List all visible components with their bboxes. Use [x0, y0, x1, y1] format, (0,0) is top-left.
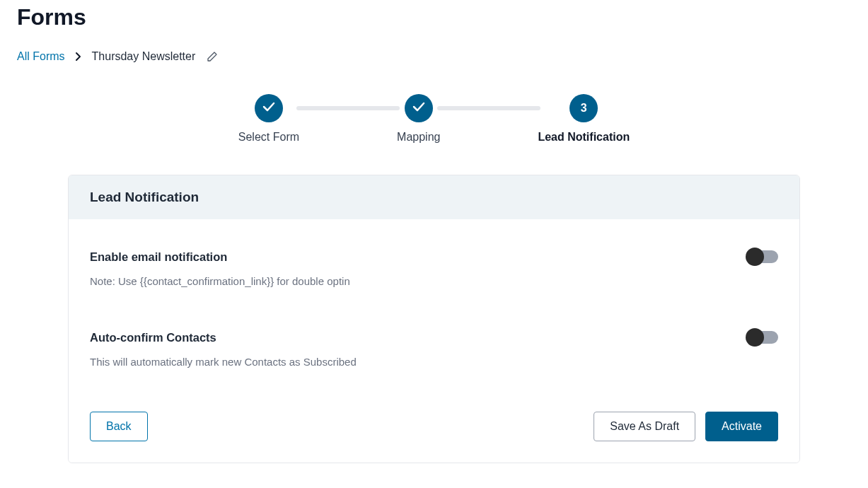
card-body: Enable email notification Note: Use {{co…: [69, 219, 799, 463]
step-circle-done: [405, 94, 433, 122]
step-label: Mapping: [397, 131, 440, 144]
check-icon: [262, 102, 275, 115]
auto-confirm-toggle[interactable]: [747, 331, 778, 344]
email-notification-toggle[interactable]: [747, 250, 778, 263]
setting-title: Enable email notification: [90, 250, 747, 264]
setting-note: This will automatically mark new Contact…: [90, 356, 747, 368]
step-circle-done: [255, 94, 283, 122]
stepper: Select Form Mapping 3 Lead Notification: [17, 94, 851, 144]
step-select-form[interactable]: Select Form: [238, 94, 299, 144]
toggle-knob: [746, 248, 764, 266]
step-mapping[interactable]: Mapping: [397, 94, 440, 144]
setting-auto-confirm: Auto-confirm Contacts This will automati…: [90, 331, 778, 368]
toggle-knob: [746, 328, 764, 347]
card-header: Lead Notification: [69, 175, 799, 219]
back-button[interactable]: Back: [90, 412, 148, 441]
breadcrumb-root-link[interactable]: All Forms: [17, 50, 65, 63]
chevron-right-icon: [75, 52, 82, 62]
setting-text: Auto-confirm Contacts This will automati…: [90, 331, 747, 368]
step-connector: [296, 106, 400, 110]
setting-note: Note: Use {{contact_confirmation_link}} …: [90, 275, 747, 287]
step-lead-notification[interactable]: 3 Lead Notification: [538, 94, 630, 144]
breadcrumb-current: Thursday Newsletter: [92, 50, 196, 63]
edit-icon[interactable]: [207, 51, 218, 62]
step-label: Select Form: [238, 131, 299, 144]
setting-text: Enable email notification Note: Use {{co…: [90, 250, 747, 287]
step-label: Lead Notification: [538, 131, 630, 144]
check-icon: [412, 102, 425, 115]
setting-email-notification: Enable email notification Note: Use {{co…: [90, 250, 778, 287]
step-connector: [437, 106, 540, 110]
settings-card: Lead Notification Enable email notificat…: [68, 175, 800, 463]
footer-right: Save As Draft Activate: [594, 412, 778, 441]
setting-title: Auto-confirm Contacts: [90, 331, 747, 344]
breadcrumb: All Forms Thursday Newsletter: [17, 50, 851, 63]
step-circle-current: 3: [569, 94, 598, 122]
activate-button[interactable]: Activate: [705, 412, 778, 441]
card-footer: Back Save As Draft Activate: [90, 412, 778, 441]
page-title: Forms: [17, 4, 851, 30]
save-draft-button[interactable]: Save As Draft: [594, 412, 695, 441]
